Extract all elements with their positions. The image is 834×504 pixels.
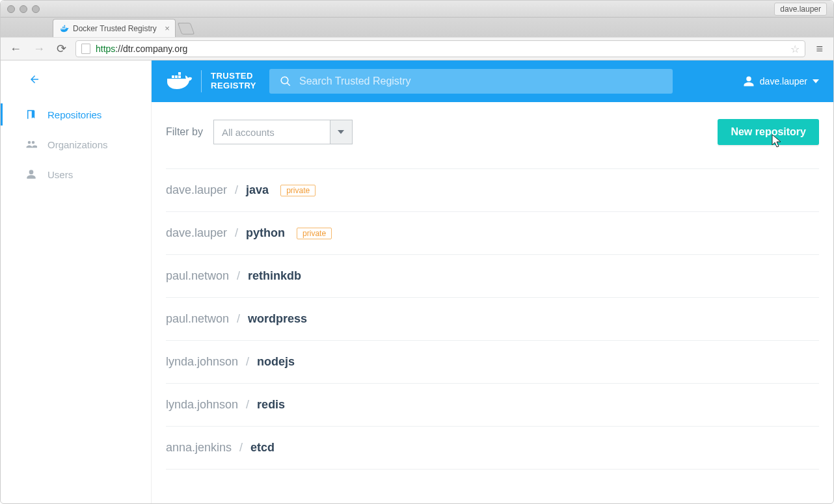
repo-name: redis xyxy=(257,398,285,412)
browser-tab-title: Docker Trusted Registry xyxy=(73,24,157,33)
brand: TRUSTED REGISTRY xyxy=(166,70,256,92)
repo-name: nodejs xyxy=(257,355,295,369)
caret-down-icon xyxy=(813,78,819,85)
repo-slash: / xyxy=(239,441,243,455)
repo-name: java xyxy=(246,183,269,197)
browser-tab[interactable]: Docker Trusted Registry × xyxy=(53,19,176,37)
search-icon xyxy=(280,75,291,87)
back-button[interactable]: ← xyxy=(7,42,24,56)
docker-whale-icon xyxy=(166,72,192,90)
repo-owner: dave.lauper xyxy=(166,183,227,197)
svg-rect-6 xyxy=(178,75,181,78)
repo-slash: / xyxy=(237,312,240,326)
repository-row[interactable]: paul.netwon/wordpress xyxy=(166,298,819,341)
repository-row[interactable]: lynda.johnson/nodejs xyxy=(166,341,819,384)
filter-label: Filter by xyxy=(166,126,203,138)
svg-rect-7 xyxy=(178,72,181,75)
app-header: TRUSTED REGISTRY dave.lauper xyxy=(152,60,833,102)
book-icon xyxy=(25,109,37,120)
repository-row[interactable]: dave.lauper/pythonprivate xyxy=(166,212,819,255)
repo-name: wordpress xyxy=(248,312,307,326)
arrow-left-icon xyxy=(28,73,41,85)
new-repository-label: New repository xyxy=(731,126,806,137)
repo-slash: / xyxy=(246,398,249,412)
repo-owner: dave.lauper xyxy=(166,226,227,240)
user-avatar-icon xyxy=(743,75,755,87)
browser-profile-chip[interactable]: dave.lauper xyxy=(774,3,827,16)
repo-name: etcd xyxy=(250,441,275,455)
sidebar-item-organizations[interactable]: Organizations xyxy=(1,129,151,159)
url-bar[interactable]: https://dtr.company.org ☆ xyxy=(75,40,805,57)
private-badge: private xyxy=(297,228,332,239)
url-rest: ://dtr.company.org xyxy=(115,44,187,54)
close-tab-icon[interactable]: × xyxy=(165,23,170,33)
group-icon xyxy=(25,139,37,150)
brand-line2: REGISTRY xyxy=(211,81,256,91)
tabstrip: Docker Trusted Registry × xyxy=(1,18,833,37)
user-menu[interactable]: dave.lauper xyxy=(743,75,819,87)
new-repository-button[interactable]: New repository xyxy=(718,119,819,145)
repo-slash: / xyxy=(235,226,238,240)
url-scheme: https xyxy=(96,44,115,54)
repo-slash: / xyxy=(235,183,238,197)
sidebar-item-label: Repositories xyxy=(47,109,101,120)
repo-owner: anna.jenkins xyxy=(166,441,232,455)
private-badge: private xyxy=(280,185,316,196)
repo-slash: / xyxy=(246,355,249,369)
filter-bar: Filter by All accounts New repository xyxy=(166,119,819,145)
sidebar: Repositories Organizations Users xyxy=(1,60,152,504)
filter-select-value: All accounts xyxy=(213,120,330,144)
repo-name: python xyxy=(246,226,285,240)
repo-owner: paul.netwon xyxy=(166,269,229,283)
user-icon xyxy=(25,168,37,180)
user-name: dave.lauper xyxy=(760,76,807,86)
repository-list: dave.lauper/javaprivatedave.lauper/pytho… xyxy=(166,168,819,470)
repo-name: rethinkdb xyxy=(248,269,301,283)
search-box[interactable] xyxy=(269,69,673,94)
repo-owner: lynda.johnson xyxy=(166,355,238,369)
sidebar-item-repositories[interactable]: Repositories xyxy=(1,99,151,129)
repo-slash: / xyxy=(237,269,240,283)
sidebar-item-users[interactable]: Users xyxy=(1,159,151,189)
repo-owner: lynda.johnson xyxy=(166,398,238,412)
window-controls xyxy=(7,5,40,13)
browser-titlebar: dave.lauper xyxy=(1,1,833,18)
page-body: Filter by All accounts New repository da… xyxy=(152,102,833,504)
content-area: TRUSTED REGISTRY dave.lauper Filter by A… xyxy=(152,60,833,504)
bookmark-star-icon[interactable]: ☆ xyxy=(790,43,800,55)
filter-select[interactable]: All accounts xyxy=(213,120,353,144)
minimize-window-icon[interactable] xyxy=(20,5,27,13)
docker-favicon-icon xyxy=(60,24,69,33)
sidebar-back-button[interactable] xyxy=(1,72,151,99)
filter-select-toggle[interactable] xyxy=(330,120,353,144)
repository-row[interactable]: paul.netwon/rethinkdb xyxy=(166,255,819,298)
brand-separator xyxy=(201,70,202,92)
svg-rect-5 xyxy=(175,75,178,78)
brand-line1: TRUSTED xyxy=(211,72,256,81)
repo-owner: paul.netwon xyxy=(166,312,229,326)
svg-rect-4 xyxy=(172,75,174,78)
sidebar-item-label: Users xyxy=(47,169,73,180)
chevron-down-icon xyxy=(338,129,344,135)
browser-menu-button[interactable]: ≡ xyxy=(812,42,827,56)
reload-button[interactable]: ⟳ xyxy=(54,42,69,56)
search-input[interactable] xyxy=(299,75,662,87)
repository-row[interactable]: dave.lauper/javaprivate xyxy=(166,169,819,212)
maximize-window-icon[interactable] xyxy=(32,5,40,13)
page-icon xyxy=(81,44,90,54)
brand-title: TRUSTED REGISTRY xyxy=(211,72,256,91)
forward-button[interactable]: → xyxy=(31,42,47,56)
browser-toolbar: ← → ⟳ https://dtr.company.org ☆ ≡ xyxy=(1,37,833,60)
close-window-icon[interactable] xyxy=(7,5,15,13)
sidebar-item-label: Organizations xyxy=(47,139,108,150)
repository-row[interactable]: anna.jenkins/etcd xyxy=(166,427,819,470)
app-root: Repositories Organizations Users TRUSTED… xyxy=(1,60,833,504)
new-tab-button[interactable] xyxy=(177,23,195,34)
repository-row[interactable]: lynda.johnson/redis xyxy=(166,384,819,427)
